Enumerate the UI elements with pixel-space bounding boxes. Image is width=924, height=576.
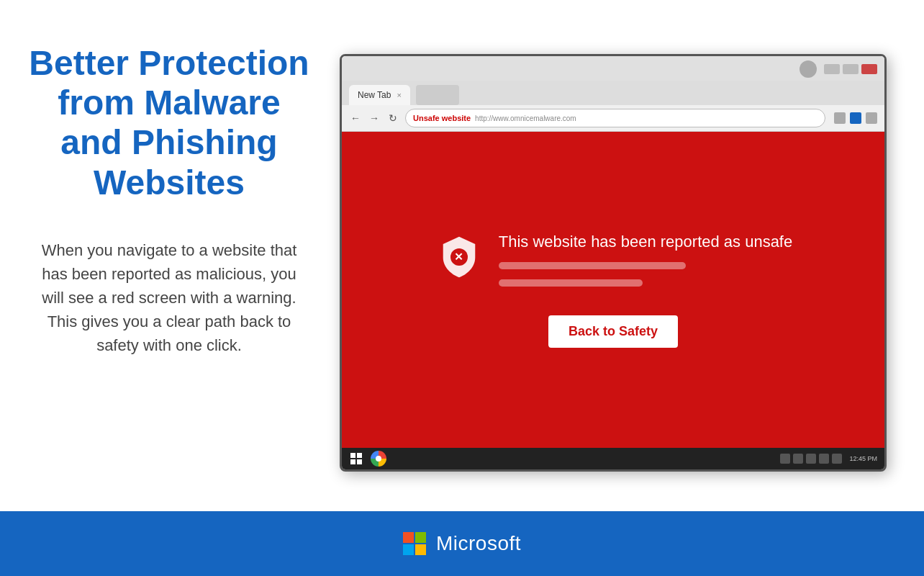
taskbar-system-icons (780, 454, 842, 464)
menu-icon[interactable] (866, 112, 877, 124)
tab-bar: New Tab × (342, 81, 884, 105)
warning-text-block: This website has been reported as unsafe (499, 232, 792, 287)
browser-chrome: New Tab × ← → ↻ Unsafe website http://ww… (342, 56, 884, 132)
headline-line4: Websites (94, 163, 245, 202)
browser-mockup: New Tab × ← → ↻ Unsafe website http://ww… (340, 54, 887, 472)
unsafe-label: Unsafe website (413, 114, 471, 122)
browser-tab[interactable]: New Tab × (349, 85, 410, 105)
url-text: http://www.omnicemalware.com (475, 114, 576, 122)
reload-btn[interactable]: ↻ (386, 112, 399, 125)
back-btn[interactable]: ← (349, 112, 362, 125)
left-panel: Better Protection from Malware and Phish… (29, 29, 331, 497)
headline: Better Protection from Malware and Phish… (29, 43, 309, 202)
minimize-btn[interactable] (824, 64, 840, 74)
svg-rect-3 (357, 453, 362, 458)
shield-icon-wrap: ✕ (434, 232, 484, 282)
svg-rect-5 (357, 459, 362, 464)
svg-rect-4 (350, 459, 355, 464)
maximize-btn[interactable] (843, 64, 859, 74)
forward-btn[interactable]: → (368, 112, 381, 125)
browser-content: ✕ This website has been reported as unsa… (342, 132, 884, 448)
tab-close-btn[interactable]: × (397, 91, 401, 99)
ms-yellow-square (415, 544, 426, 555)
windows-start-icon[interactable] (349, 451, 363, 466)
warning-line-2 (499, 279, 643, 287)
ms-red-square (403, 532, 414, 543)
taskbar-time: 12:45 PM (849, 455, 877, 462)
taskbar: 12:45 PM (342, 448, 884, 469)
sys-icon-2 (793, 454, 803, 464)
sys-icon-1 (780, 454, 790, 464)
microsoft-logo (403, 532, 426, 555)
tab-placeholder (416, 85, 459, 105)
title-bar (342, 56, 884, 81)
description-text: When you navigate to a website that has … (29, 238, 309, 357)
sys-icon-4 (819, 454, 829, 464)
window-controls (824, 64, 877, 74)
extension-icon[interactable] (850, 112, 861, 124)
address-bar: ← → ↻ Unsafe website http://www.omnicema… (342, 105, 884, 132)
svg-rect-2 (350, 453, 355, 458)
shield-warning-icon: ✕ (438, 235, 481, 279)
back-to-safety-button[interactable]: Back to Safety (548, 315, 678, 348)
footer-bar: Microsoft (0, 511, 924, 576)
url-bar[interactable]: Unsafe website http://www.omnicemalware.… (405, 109, 825, 127)
tab-label: New Tab (358, 90, 391, 100)
taskbar-chrome-icon[interactable] (371, 451, 386, 467)
ms-logo-grid (403, 532, 426, 555)
right-panel: New Tab × ← → ↻ Unsafe website http://ww… (331, 29, 895, 497)
warning-line-1 (499, 262, 686, 269)
warning-card: ✕ This website has been reported as unsa… (434, 232, 792, 287)
main-content: Better Protection from Malware and Phish… (0, 0, 924, 511)
bookmark-icon[interactable] (834, 112, 846, 124)
sys-icon-5 (832, 454, 842, 464)
svg-text:✕: ✕ (454, 251, 463, 263)
headline-line2: from Malware (58, 84, 280, 122)
warning-title: This website has been reported as unsafe (499, 232, 792, 253)
ms-blue-square (403, 544, 414, 555)
sys-icon-3 (806, 454, 816, 464)
url-actions (834, 112, 877, 124)
headline-line3: and Phishing (60, 123, 277, 161)
microsoft-label: Microsoft (436, 532, 521, 555)
ms-green-square (415, 532, 426, 543)
user-icon (800, 60, 817, 78)
close-btn[interactable] (861, 64, 877, 74)
headline-line1: Better Protection (29, 44, 309, 82)
